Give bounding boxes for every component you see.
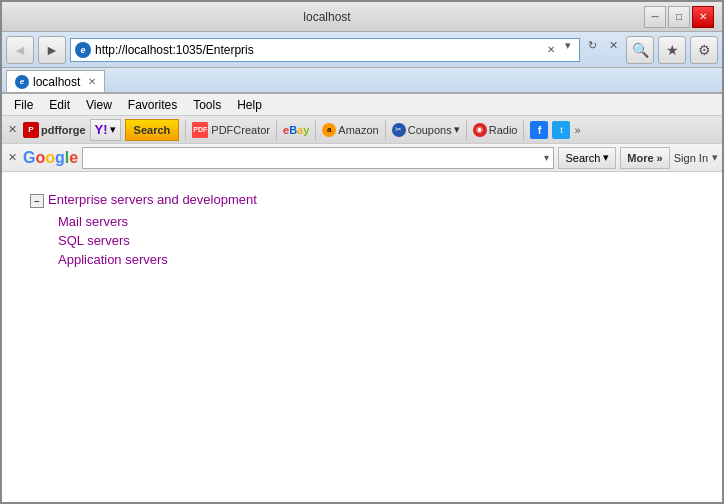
pdfforge-icon: P: [23, 122, 39, 138]
coupons-button[interactable]: ✂ Coupons ▾: [392, 123, 460, 137]
google-more-button[interactable]: More »: [620, 147, 669, 169]
minimize-button[interactable]: ─: [644, 6, 666, 28]
amazon-icon: a: [322, 123, 336, 137]
title-bar: localhost ─ □ ✕: [2, 2, 722, 32]
tab-bar: e localhost ✕: [2, 68, 722, 94]
tab-close-button[interactable]: ✕: [88, 76, 96, 87]
toolbar2-close[interactable]: ✕: [6, 151, 19, 164]
google-settings-button[interactable]: ▾: [712, 151, 718, 164]
toolbar1-close[interactable]: ✕: [6, 123, 19, 136]
yahoo-dropdown-icon: ▾: [110, 123, 116, 136]
google-sign-in-button[interactable]: Sign In: [674, 152, 708, 164]
tab-ie-icon: e: [15, 75, 29, 89]
google-logo[interactable]: Google: [23, 149, 78, 167]
yahoo-logo: Y!: [95, 122, 108, 137]
forward-button[interactable]: ►: [38, 36, 66, 64]
tree-children: Mail servers SQL servers Application ser…: [58, 212, 694, 269]
address-clear-button[interactable]: ✕: [545, 44, 557, 55]
ebay-button[interactable]: eBay: [283, 124, 309, 136]
tree-child-sql-servers[interactable]: SQL servers: [58, 231, 694, 250]
menu-file[interactable]: File: [6, 94, 41, 115]
browser-window: localhost ─ □ ✕ ◄ ► e ✕ ▾ ↻ ✕ 🔍 ★ ⚙ e lo…: [0, 0, 724, 504]
menu-bar: File Edit View Favorites Tools Help: [2, 94, 722, 116]
radio-label: Radio: [489, 124, 518, 136]
facebook-button[interactable]: f: [530, 121, 548, 139]
address-input-wrap: e ✕ ▾: [70, 38, 580, 62]
twitter-button[interactable]: t: [552, 121, 570, 139]
address-bar: ◄ ► e ✕ ▾ ↻ ✕ 🔍 ★ ⚙: [2, 32, 722, 68]
refresh-button[interactable]: ↻: [584, 38, 601, 62]
toolbar2: ✕ Google ▾ Search ▾ More » Sign In ▾: [2, 144, 722, 172]
pdfforge-label: pdfforge: [41, 124, 86, 136]
menu-edit[interactable]: Edit: [41, 94, 78, 115]
maximize-button[interactable]: □: [668, 6, 690, 28]
menu-favorites[interactable]: Favorites: [120, 94, 185, 115]
google-search-button[interactable]: Search ▾: [558, 147, 616, 169]
amazon-button[interactable]: a Amazon: [322, 123, 378, 137]
menu-help[interactable]: Help: [229, 94, 270, 115]
back-button[interactable]: ◄: [6, 36, 34, 64]
coupons-icon: ✂: [392, 123, 406, 137]
tree-root-label[interactable]: Enterprise servers and development: [48, 192, 257, 207]
menu-view[interactable]: View: [78, 94, 120, 115]
pdf-icon: PDF: [192, 122, 208, 138]
toolbar1-overflow-button[interactable]: »: [574, 124, 580, 136]
tree-child-mail-servers[interactable]: Mail servers: [58, 212, 694, 231]
main-content: − Enterprise servers and development Mai…: [2, 172, 722, 502]
tab-localhost[interactable]: e localhost ✕: [6, 70, 105, 92]
tab-label: localhost: [33, 75, 80, 89]
toolbar1-divider3: [315, 120, 316, 140]
search-bar-button[interactable]: 🔍: [626, 36, 654, 64]
tree-container: − Enterprise servers and development Mai…: [22, 184, 702, 277]
favorites-button[interactable]: ★: [658, 36, 686, 64]
title-bar-controls: ─ □ ✕: [644, 6, 714, 28]
toolbar1-divider4: [385, 120, 386, 140]
toolbar1-divider6: [523, 120, 524, 140]
pdfforge-logo: P pdfforge: [23, 122, 86, 138]
tools-button[interactable]: ⚙: [690, 36, 718, 64]
radio-icon: ◉: [473, 123, 487, 137]
yahoo-search-button[interactable]: Search: [125, 119, 180, 141]
address-dropdown-button[interactable]: ▾: [561, 38, 575, 62]
google-search-dropdown-icon[interactable]: ▾: [544, 152, 549, 163]
close-button[interactable]: ✕: [692, 6, 714, 28]
google-search-label: Search: [565, 152, 600, 164]
google-search-input[interactable]: [87, 151, 544, 165]
tree-toggle-button[interactable]: −: [30, 194, 44, 208]
coupons-label: Coupons: [408, 124, 452, 136]
yahoo-button[interactable]: Y! ▾: [90, 119, 121, 141]
coupons-dropdown-icon: ▾: [454, 123, 460, 136]
radio-button[interactable]: ◉ Radio: [473, 123, 518, 137]
stop-button[interactable]: ✕: [605, 38, 622, 62]
title-bar-text: localhost: [10, 10, 644, 24]
google-search-btn-dropdown-icon: ▾: [603, 151, 609, 164]
toolbar1: ✕ P pdfforge Y! ▾ Search PDF PDFCreator …: [2, 116, 722, 144]
tree-root: − Enterprise servers and development: [30, 192, 694, 208]
pdfcreator-button[interactable]: PDF PDFCreator: [192, 122, 270, 138]
google-search-wrap: ▾: [82, 147, 554, 169]
address-input[interactable]: [95, 43, 541, 57]
ie-icon: e: [75, 42, 91, 58]
toolbar1-divider2: [276, 120, 277, 140]
pdfcreator-label: PDFCreator: [211, 124, 270, 136]
tree-child-application-servers[interactable]: Application servers: [58, 250, 694, 269]
toolbar1-divider5: [466, 120, 467, 140]
menu-tools[interactable]: Tools: [185, 94, 229, 115]
amazon-label: Amazon: [338, 124, 378, 136]
toolbar1-divider: [185, 120, 186, 140]
